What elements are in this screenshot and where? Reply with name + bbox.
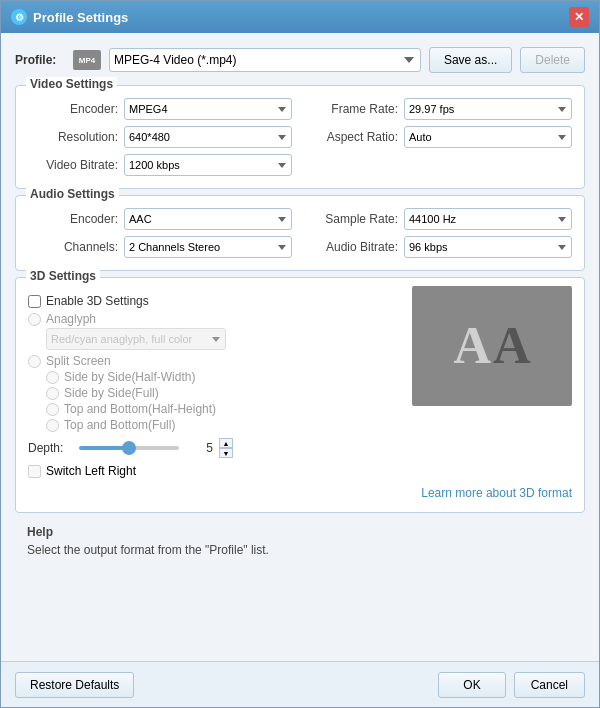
learn-more: Learn more about 3D format — [28, 486, 572, 500]
sample-rate-row: Sample Rate: 44100 Hz — [308, 208, 572, 230]
aspect-ratio-label: Aspect Ratio: — [308, 130, 398, 144]
split-screen-radio[interactable] — [28, 355, 41, 368]
top-bottom-half-row: Top and Bottom(Half-Height) — [46, 402, 400, 416]
split-screen-label[interactable]: Split Screen — [46, 354, 111, 368]
frame-rate-label: Frame Rate: — [308, 102, 398, 116]
top-bottom-full-radio[interactable] — [46, 419, 59, 432]
enable-3d-label[interactable]: Enable 3D Settings — [46, 294, 149, 308]
resolution-label: Resolution: — [28, 130, 118, 144]
audio-settings-title: Audio Settings — [26, 187, 119, 201]
delete-button[interactable]: Delete — [520, 47, 585, 73]
profile-icon: MP4 — [73, 50, 101, 70]
ok-button[interactable]: OK — [438, 672, 505, 698]
anaglyph-label[interactable]: Anaglyph — [46, 312, 96, 326]
audio-settings-content: Encoder: AAC Channels: 2 Channels Stereo — [28, 208, 572, 258]
video-form-grid: Encoder: MPEG4 Resolution: 640*480 — [28, 98, 572, 176]
side-by-side-half-row: Side by Side(Half-Width) — [46, 370, 400, 384]
anaglyph-row: Anaglyph — [28, 312, 400, 326]
resolution-row: Resolution: 640*480 — [28, 126, 292, 148]
video-settings-content: Encoder: MPEG4 Resolution: 640*480 — [28, 98, 572, 176]
switch-lr-checkbox[interactable] — [28, 465, 41, 478]
enable-3d-row: Enable 3D Settings — [28, 294, 400, 308]
help-text: Select the output format from the "Profi… — [27, 543, 573, 557]
top-bottom-half-radio[interactable] — [46, 403, 59, 416]
switch-row: Switch Left Right — [28, 464, 400, 478]
resolution-select[interactable]: 640*480 — [124, 126, 292, 148]
audio-encoder-label: Encoder: — [28, 212, 118, 226]
audio-bitrate-row: Audio Bitrate: 96 kbps — [308, 236, 572, 258]
3d-preview: A A — [412, 286, 572, 406]
channels-label: Channels: — [28, 240, 118, 254]
top-bottom-full-label[interactable]: Top and Bottom(Full) — [64, 418, 175, 432]
side-by-side-full-radio[interactable] — [46, 387, 59, 400]
top-bottom-full-row: Top and Bottom(Full) — [46, 418, 400, 432]
help-title: Help — [27, 525, 573, 539]
profile-settings-window: ⚙ Profile Settings ✕ Profile: MP4 MPEG-4… — [0, 0, 600, 708]
cancel-button[interactable]: Cancel — [514, 672, 585, 698]
close-button[interactable]: ✕ — [569, 7, 589, 27]
depth-row: Depth: 5 ▲ ▼ — [28, 438, 400, 458]
video-right-col: Frame Rate: 29.97 fps Aspect Ratio: Auto — [308, 98, 572, 176]
footer-right: OK Cancel — [438, 672, 585, 698]
top-bottom-half-label[interactable]: Top and Bottom(Half-Height) — [64, 402, 216, 416]
audio-form-grid: Encoder: AAC Channels: 2 Channels Stereo — [28, 208, 572, 258]
frame-rate-row: Frame Rate: 29.97 fps — [308, 98, 572, 120]
profile-row: Profile: MP4 MPEG-4 Video (*.mp4) Save a… — [15, 41, 585, 79]
main-content: Profile: MP4 MPEG-4 Video (*.mp4) Save a… — [1, 33, 599, 661]
video-bitrate-select[interactable]: 1200 kbps — [124, 154, 292, 176]
encoder-label: Encoder: — [28, 102, 118, 116]
title-bar: ⚙ Profile Settings ✕ — [1, 1, 599, 33]
side-by-side-full-row: Side by Side(Full) — [46, 386, 400, 400]
save-as-button[interactable]: Save as... — [429, 47, 512, 73]
aspect-ratio-select[interactable]: Auto — [404, 126, 572, 148]
audio-bitrate-label: Audio Bitrate: — [308, 240, 398, 254]
switch-lr-label[interactable]: Switch Left Right — [46, 464, 136, 478]
enable-3d-checkbox[interactable] — [28, 295, 41, 308]
aa-preview: A A — [453, 320, 530, 372]
3d-layout: Enable 3D Settings Anaglyph Red/cyan ana… — [28, 290, 572, 482]
aspect-ratio-row: Aspect Ratio: Auto — [308, 126, 572, 148]
video-bitrate-label: Video Bitrate: — [28, 158, 118, 172]
3d-settings-content: Enable 3D Settings Anaglyph Red/cyan ana… — [28, 290, 572, 500]
video-bitrate-row: Video Bitrate: 1200 kbps — [28, 154, 292, 176]
restore-defaults-button[interactable]: Restore Defaults — [15, 672, 134, 698]
profile-label: Profile: — [15, 53, 65, 67]
depth-value: 5 — [185, 441, 213, 455]
learn-more-link[interactable]: Learn more about 3D format — [421, 486, 572, 500]
split-screen-row: Split Screen — [28, 354, 400, 368]
help-section: Help Select the output format from the "… — [15, 519, 585, 565]
3d-settings-section: 3D Settings Enable 3D Settings Anaglyph — [15, 277, 585, 513]
aa-letter-light: A — [453, 320, 491, 372]
audio-encoder-row: Encoder: AAC — [28, 208, 292, 230]
side-by-side-half-radio[interactable] — [46, 371, 59, 384]
audio-settings-section: Audio Settings Encoder: AAC Channels: — [15, 195, 585, 271]
channels-select[interactable]: 2 Channels Stereo — [124, 236, 292, 258]
settings-icon: ⚙ — [11, 9, 27, 25]
sample-rate-label: Sample Rate: — [308, 212, 398, 226]
encoder-select[interactable]: MPEG4 — [124, 98, 292, 120]
video-settings-title: Video Settings — [26, 77, 117, 91]
frame-rate-select[interactable]: 29.97 fps — [404, 98, 572, 120]
audio-bitrate-select[interactable]: 96 kbps — [404, 236, 572, 258]
window-title: Profile Settings — [33, 10, 128, 25]
3d-settings-title: 3D Settings — [26, 269, 100, 283]
depth-label: Depth: — [28, 441, 73, 455]
depth-down-button[interactable]: ▼ — [219, 448, 233, 458]
depth-up-button[interactable]: ▲ — [219, 438, 233, 448]
anaglyph-select[interactable]: Red/cyan anaglyph, full color — [46, 328, 226, 350]
3d-left-col: Enable 3D Settings Anaglyph Red/cyan ana… — [28, 290, 400, 482]
anaglyph-radio[interactable] — [28, 313, 41, 326]
side-by-side-full-label[interactable]: Side by Side(Full) — [64, 386, 159, 400]
audio-right-col: Sample Rate: 44100 Hz Audio Bitrate: 96 … — [308, 208, 572, 258]
sample-rate-select[interactable]: 44100 Hz — [404, 208, 572, 230]
profile-select[interactable]: MPEG-4 Video (*.mp4) — [109, 48, 421, 72]
depth-spinner: ▲ ▼ — [219, 438, 233, 458]
audio-left-col: Encoder: AAC Channels: 2 Channels Stereo — [28, 208, 292, 258]
video-left-col: Encoder: MPEG4 Resolution: 640*480 — [28, 98, 292, 176]
audio-encoder-select[interactable]: AAC — [124, 208, 292, 230]
video-settings-section: Video Settings Encoder: MPEG4 Resolution… — [15, 85, 585, 189]
side-by-side-half-label[interactable]: Side by Side(Half-Width) — [64, 370, 195, 384]
depth-slider[interactable] — [79, 446, 179, 450]
encoder-row: Encoder: MPEG4 — [28, 98, 292, 120]
channels-row: Channels: 2 Channels Stereo — [28, 236, 292, 258]
